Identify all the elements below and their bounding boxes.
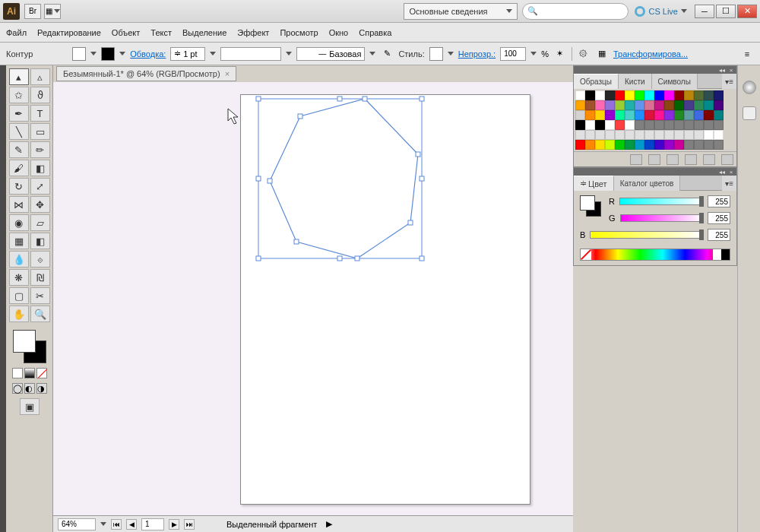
swatch-cell[interactable]	[635, 100, 644, 110]
swatch-cell[interactable]	[704, 140, 714, 150]
menu-text[interactable]: Текст	[150, 28, 172, 37]
swatch-cell[interactable]	[575, 140, 585, 150]
status-menu-icon[interactable]: ▶	[326, 519, 332, 529]
chevron-down-icon[interactable]	[530, 52, 537, 55]
draw-inside-icon[interactable]: ◑	[36, 383, 47, 394]
panel-menu-icon[interactable]: ▾≡	[722, 176, 736, 191]
swatch-cell[interactable]	[585, 100, 595, 110]
swatch-cell[interactable]	[714, 140, 724, 150]
recolor-icon[interactable]: ✶	[553, 47, 567, 61]
stroke-link[interactable]: Обводка:	[130, 49, 166, 59]
canvas[interactable]	[53, 82, 573, 515]
menu-select[interactable]: Выделение	[182, 28, 226, 37]
swatch-cell[interactable]	[704, 130, 714, 140]
swatch-cell[interactable]	[694, 120, 704, 130]
swatch-cell[interactable]	[684, 90, 694, 100]
prev-artboard-button[interactable]: ◀	[126, 519, 137, 530]
chevron-down-icon[interactable]	[90, 52, 97, 55]
swatch-cell[interactable]	[644, 130, 654, 140]
swatch-cell[interactable]	[644, 100, 654, 110]
blob-brush-tool[interactable]: 🖌	[9, 160, 29, 176]
tab-color-guide[interactable]: Каталог цветов	[614, 176, 681, 191]
draw-behind-icon[interactable]: ◐	[24, 383, 35, 394]
swatch-cell[interactable]	[684, 130, 694, 140]
swatch-cell[interactable]	[674, 130, 684, 140]
search-input[interactable]: 🔍	[522, 3, 629, 20]
swatch-cell[interactable]	[674, 100, 684, 110]
swatch-cell[interactable]	[595, 90, 605, 100]
swatch-cell[interactable]	[674, 110, 684, 120]
channel-value-input[interactable]	[708, 229, 730, 241]
swatch-cell[interactable]	[644, 140, 654, 150]
swatch-cell[interactable]	[664, 130, 674, 140]
swatch-cell[interactable]	[635, 90, 644, 100]
channel-value-input[interactable]	[708, 195, 730, 207]
swatch-cell[interactable]	[674, 120, 684, 130]
scale-tool[interactable]: ⤢	[30, 178, 50, 195]
swatch-cell[interactable]	[635, 140, 644, 150]
swatch-cell[interactable]	[615, 90, 625, 100]
swatch-cell[interactable]	[714, 100, 724, 110]
swatch-cell[interactable]	[664, 100, 674, 110]
swatch-cell[interactable]	[714, 120, 724, 130]
swatch-cell[interactable]	[664, 120, 674, 130]
swatch-cell[interactable]	[625, 100, 635, 110]
panel-menu-icon[interactable]: ▾≡	[722, 74, 736, 89]
swatch-cell[interactable]	[654, 90, 664, 100]
swatch-cell[interactable]	[674, 90, 684, 100]
none-mode-icon[interactable]	[36, 368, 47, 378]
last-artboard-button[interactable]: ⏭	[184, 519, 195, 530]
color-mode-icon[interactable]	[12, 368, 23, 378]
swatch-cell[interactable]	[575, 120, 585, 130]
close-button[interactable]: ✕	[737, 5, 757, 18]
swatch-cell[interactable]	[625, 90, 635, 100]
selection-tool[interactable]: ▴	[9, 68, 29, 85]
swatch-cell[interactable]	[694, 90, 704, 100]
swatch-cell[interactable]	[605, 130, 615, 140]
swatch-cell[interactable]	[664, 110, 674, 120]
swatch-cell[interactable]	[575, 100, 585, 110]
tab-brushes[interactable]: Кисти	[619, 74, 652, 89]
new-swatch-icon[interactable]	[703, 154, 715, 165]
menu-effect[interactable]: Эффект	[237, 28, 269, 37]
swatch-cell[interactable]	[595, 120, 605, 130]
chevron-down-icon[interactable]	[119, 52, 125, 55]
slider-knob[interactable]	[699, 230, 704, 240]
perspective-tool[interactable]: ▱	[30, 214, 50, 231]
opacity-input[interactable]: 100	[500, 47, 526, 61]
menu-file[interactable]: Файл	[6, 28, 27, 37]
symbol-sprayer-tool[interactable]: ❋	[9, 269, 29, 286]
menu-object[interactable]: Объект	[112, 28, 140, 37]
bridge-button[interactable]: Br	[24, 4, 41, 19]
swatch-cell[interactable]	[714, 110, 724, 120]
swatch-cell[interactable]	[684, 140, 694, 150]
stroke-weight-input[interactable]: ≑ 1 pt	[170, 47, 205, 61]
paintbrush-tool[interactable]: ✎	[9, 141, 29, 158]
menu-edit[interactable]: Редактирование	[37, 28, 101, 37]
swatch-cell[interactable]	[694, 110, 704, 120]
blend-tool[interactable]: ⟐	[30, 251, 50, 268]
swatch-cell[interactable]	[684, 110, 694, 120]
swatch-cell[interactable]	[704, 120, 714, 130]
menu-help[interactable]: Справка	[359, 28, 391, 37]
chevron-down-icon[interactable]	[286, 52, 292, 55]
artboard-number-field[interactable]: 1	[141, 518, 164, 530]
cslive-button[interactable]: CS Live	[635, 6, 687, 17]
slider-knob[interactable]	[699, 213, 704, 223]
arrange-docs-button[interactable]: ▦	[44, 4, 61, 19]
maximize-button[interactable]: ☐	[716, 5, 736, 18]
zoom-tool[interactable]: 🔍	[30, 306, 50, 322]
swatch-cell[interactable]	[694, 140, 704, 150]
minimize-button[interactable]: ─	[695, 5, 714, 18]
swatch-cell[interactable]	[615, 140, 625, 150]
swatch-cell[interactable]	[635, 130, 644, 140]
swatch-cell[interactable]	[644, 120, 654, 130]
pen-tool[interactable]: ✒	[9, 105, 29, 122]
slider-track[interactable]	[620, 214, 703, 222]
magic-wand-tool[interactable]: ✩	[9, 87, 29, 103]
spectrum-bar[interactable]	[580, 249, 730, 261]
brush-dd[interactable]: — Базовая	[296, 47, 365, 61]
new-color-group-icon[interactable]	[685, 154, 697, 165]
close-tab-icon[interactable]: ×	[225, 69, 230, 78]
swatch-cell[interactable]	[625, 110, 635, 120]
